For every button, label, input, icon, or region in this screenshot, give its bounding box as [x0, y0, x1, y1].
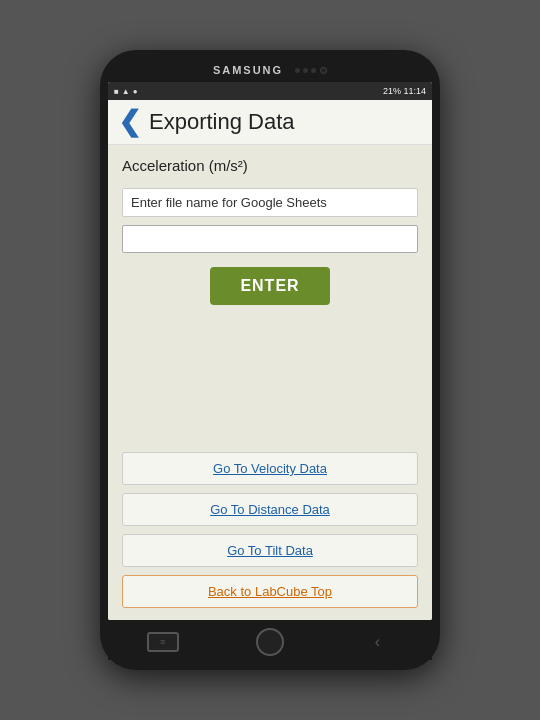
- back-chevron-icon[interactable]: ❮: [118, 108, 141, 136]
- phone-screen: ■ ▲ ● 21% 11:14 ❮ Exporting Data Acceler…: [108, 82, 432, 620]
- status-icon-3: ●: [133, 87, 138, 96]
- phone-bottom-bar: ≡ ‹: [108, 620, 432, 660]
- phone-dots: [295, 68, 316, 73]
- status-right-text: 21% 11:14: [383, 86, 426, 96]
- brand-label: SAMSUNG: [213, 64, 283, 76]
- nav-labcube-top[interactable]: Back to LabCube Top: [122, 575, 418, 608]
- phone-device: SAMSUNG ■ ▲ ● 21% 11:14 ❮ Exporting D: [100, 50, 440, 670]
- section-label: Acceleration (m/s²): [122, 157, 418, 174]
- bottom-back-button[interactable]: ‹: [361, 632, 393, 652]
- status-bar: ■ ▲ ● 21% 11:14: [108, 82, 432, 100]
- status-icon-2: ▲: [122, 87, 130, 96]
- enter-button[interactable]: ENTER: [210, 267, 329, 305]
- bottom-home-button[interactable]: [256, 628, 284, 656]
- nav-links: Go To Velocity Data Go To Distance Data …: [122, 452, 418, 608]
- nav-distance[interactable]: Go To Distance Data: [122, 493, 418, 526]
- app-content: Acceleration (m/s²) Enter file name for …: [108, 145, 432, 620]
- phone-camera: [320, 67, 327, 74]
- app-header: ❮ Exporting Data: [108, 100, 432, 145]
- bottom-menu-button[interactable]: ≡: [147, 632, 179, 652]
- status-right: 21% 11:14: [383, 86, 426, 96]
- nav-velocity[interactable]: Go To Velocity Data: [122, 452, 418, 485]
- app-title: Exporting Data: [149, 109, 295, 135]
- status-left: ■ ▲ ●: [114, 87, 138, 96]
- file-label: Enter file name for Google Sheets: [122, 188, 418, 217]
- file-name-input[interactable]: [122, 225, 418, 253]
- status-icon-1: ■: [114, 87, 119, 96]
- phone-top-bar: SAMSUNG: [108, 60, 432, 82]
- nav-tilt[interactable]: Go To Tilt Data: [122, 534, 418, 567]
